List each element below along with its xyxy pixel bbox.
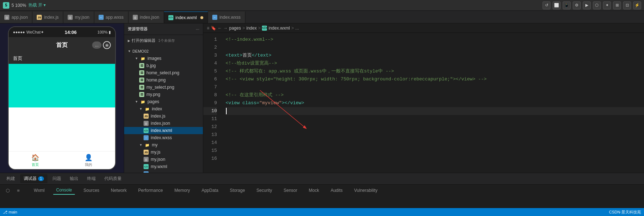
device-button[interactable]: 📱 [563, 1, 571, 9]
tab-app-wxss[interactable]: ~ app.wxss [94, 12, 128, 23]
file-explorer: 资源管理器 ··· 打开的编辑器 1个未保存 DEMO02 📁 images 🖼 [124, 23, 203, 173]
code-line-10[interactable] [226, 107, 644, 115]
folder-icon: 📁 [140, 56, 145, 61]
sim-record-btn[interactable]: ◉ [103, 41, 111, 49]
lightning-button[interactable]: ⚡ [633, 1, 641, 9]
breadcrumb-forward[interactable]: → [223, 26, 228, 31]
open-editors-section: 打开的编辑器 1个未保存 [124, 35, 203, 46]
tab-codequality[interactable]: 代码质量 [101, 174, 125, 183]
sim-nav-my-label: 我的 [85, 162, 92, 167]
file-home-png[interactable]: 🖼 home.png [124, 76, 203, 84]
settings-button[interactable]: ⚙ [573, 1, 581, 9]
sim-content-teal [9, 64, 115, 107]
devtools-inspect-icon[interactable]: ⬡ [4, 186, 12, 194]
grid-button[interactable]: ⊞ [613, 1, 621, 9]
tab-app-json[interactable]: {} app.json [0, 12, 32, 23]
devtools-tab-mock[interactable]: Mock [306, 186, 322, 194]
folder-pages[interactable]: 📁 pages [124, 98, 203, 105]
file-index-json[interactable]: {} index.json [124, 120, 203, 127]
file-my-select[interactable]: 🖼 my_select.png [124, 84, 203, 91]
breadcrumb-back[interactable]: ← [218, 26, 222, 31]
code-line-12 [226, 123, 644, 131]
devtools-tab-console[interactable]: Console [53, 186, 75, 195]
project-header[interactable]: DEMO02 [124, 48, 203, 55]
explorer-menu-btn[interactable]: ··· [196, 27, 199, 32]
hotreload[interactable]: 热载 开 ▾ [28, 2, 46, 8]
sim-nav-my[interactable]: 👤 我的 [62, 151, 115, 169]
open-editors-header[interactable]: 打开的编辑器 1个未保存 [124, 36, 203, 45]
star-button[interactable]: ✦ [603, 1, 611, 9]
play-button[interactable]: ▶ [583, 1, 591, 9]
devtools-tab-appdata[interactable]: AppData [199, 186, 221, 194]
file-index-wxml[interactable]: </> index.wxml [124, 127, 203, 134]
breadcrumb-pages: pages [229, 26, 241, 31]
file-my-wxml[interactable]: </> my.wxml [124, 163, 203, 170]
file-index-js[interactable]: JS index.js [124, 113, 203, 120]
file-b-jpg[interactable]: 🖼 b.jpg [124, 62, 203, 69]
devtools-tab-network[interactable]: Network [108, 186, 130, 194]
img-icon: 🖼 [139, 92, 144, 97]
file-index-json-label: index.json [151, 121, 170, 126]
code-line-15 [226, 147, 644, 155]
json-icon: {} [68, 15, 73, 20]
breadcrumb-more: ... [295, 26, 299, 31]
json-icon: {} [4, 15, 9, 20]
home-icon: 🏠 [31, 154, 39, 162]
editor-tab-bar: {} app.json JS index.js {} my.json ~ app… [0, 11, 644, 23]
devtools-console-icon[interactable]: ≡ [14, 186, 22, 194]
file-home-select[interactable]: 🖼 home_select.png [124, 69, 203, 76]
tab-label: app.json [12, 15, 28, 20]
devtools-tab-storage[interactable]: Storage [227, 186, 248, 194]
file-index-wxss[interactable]: ~ index.wxss [124, 134, 203, 141]
devtools-icons: ⬡ ≡ [4, 186, 22, 194]
tab-index-json[interactable]: {} index.json [128, 12, 164, 23]
tab-debugger[interactable]: 调试器1 [20, 174, 47, 183]
code-line-11 [226, 115, 644, 123]
stop-button[interactable]: ⬜ [553, 1, 561, 9]
file-my-wxss[interactable]: ~ my.wxss [124, 170, 203, 173]
tab-problems[interactable]: 问题 [49, 174, 65, 183]
pages-caret [135, 100, 138, 103]
devtools-tab-security[interactable]: Security [254, 186, 275, 194]
devtools-tab-audits[interactable]: Audits [328, 186, 345, 194]
folder-index-label: index [152, 106, 162, 111]
wxml-icon: </> [262, 26, 267, 31]
code-content[interactable]: <!--index.wxml--> <text>首页</text> <!--给d… [221, 33, 644, 173]
tab-my-json[interactable]: {} my.json [63, 12, 94, 23]
tab-index-wxss[interactable]: ~ index.wxss [208, 12, 245, 23]
refresh-button[interactable]: ↺ [543, 1, 550, 9]
tab-output[interactable]: 输出 [66, 174, 82, 183]
folder-index[interactable]: 📁 index [124, 105, 203, 113]
file-my-js[interactable]: JS my.js [124, 149, 203, 156]
devtools-tab-sources[interactable]: Sources [81, 186, 102, 194]
status-right: CSDN·景天科技苑 [609, 210, 641, 215]
code-line-1: <!--index.wxml--> [226, 36, 644, 44]
tab-build[interactable]: 构建 [3, 174, 19, 183]
grid2-button[interactable]: ⊡ [623, 1, 631, 9]
wxss-icon: ~ [99, 15, 104, 20]
folder-my[interactable]: 📁 my [124, 141, 203, 149]
folder-images[interactable]: 📁 images [124, 55, 203, 62]
open-editors-label: 打开的编辑器 [132, 38, 155, 43]
sim-phone: ●●●●● WeChat✦ 14:06 100% ▮ 首页 ... ◉ 首页 [8, 26, 116, 170]
project-section: DEMO02 📁 images 🖼 b.jpg 🖼 home_select.pn… [124, 46, 203, 173]
devtools-tab-wxml[interactable]: Wxml [31, 186, 47, 194]
tab-index-js[interactable]: JS index.js [32, 12, 63, 23]
code-line-9: <view class="myview"></view> [226, 99, 644, 107]
file-my-json-label: my.json [151, 157, 165, 162]
devtools-tab-vulnerability[interactable]: Vulnerability [351, 186, 380, 194]
devtools-tab-performance[interactable]: Performance [135, 186, 166, 194]
sim-dots-btn[interactable]: ... [92, 41, 101, 49]
devtools-tab-memory[interactable]: Memory [172, 186, 193, 194]
devtools-tab-sensor[interactable]: Sensor [281, 186, 300, 194]
breadcrumb-index: index [246, 26, 257, 31]
sim-nav-home[interactable]: 🏠 首页 [9, 151, 62, 169]
sim-time: 14:06 [44, 30, 97, 35]
editor-content[interactable]: 12345 6789 10 111213141516 <!--index.wxm… [203, 33, 644, 173]
file-my-png[interactable]: 🖼 my.png [124, 91, 203, 98]
tab-index-wxml[interactable]: </> index.wxml [164, 12, 208, 23]
debugger-badge: 1 [38, 176, 44, 181]
inspect-button[interactable]: ⬡ [593, 1, 601, 9]
tab-terminal[interactable]: 终端 [83, 174, 99, 183]
file-my-json[interactable]: {} my.json [124, 156, 203, 163]
